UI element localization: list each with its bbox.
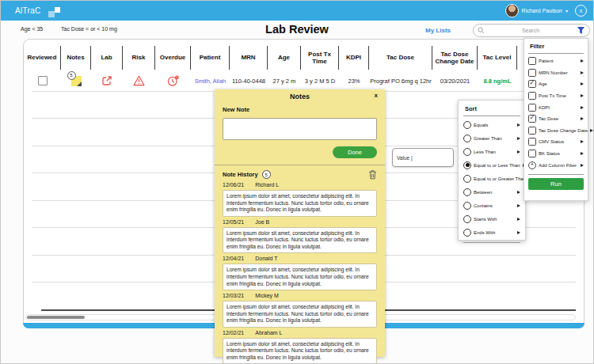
filter-item-bk-status[interactable]: BK Status bbox=[528, 148, 584, 160]
note-author: Abraham L bbox=[255, 330, 282, 336]
chevron-right-icon[interactable] bbox=[581, 106, 584, 109]
chevron-right-icon[interactable] bbox=[581, 94, 584, 97]
sort-option-equal-or-greater[interactable]: Equal to or Greater Than bbox=[463, 172, 520, 185]
sort-option-less-than[interactable]: Less Than bbox=[463, 145, 520, 158]
chevron-right-icon[interactable] bbox=[517, 204, 520, 207]
run-button[interactable]: Run bbox=[528, 178, 584, 190]
radio-icon[interactable] bbox=[463, 121, 471, 129]
filter-item-post-tx-time[interactable]: Post Tx Time bbox=[528, 90, 584, 102]
close-session-button[interactable]: x bbox=[575, 5, 587, 17]
sort-menu: Sort Equals Greater Than Less Than Equal… bbox=[458, 100, 526, 241]
age-value: 27 y 2 m bbox=[268, 78, 301, 85]
sort-option-equal-or-less[interactable]: Equal to or Less Than bbox=[463, 158, 520, 172]
filter-panel-title: Filter bbox=[530, 43, 584, 50]
note-history-label: Note History bbox=[223, 171, 258, 178]
radio-icon[interactable] bbox=[463, 229, 471, 237]
lab-external-link-icon[interactable] bbox=[101, 75, 112, 86]
filter-item-cmv-status[interactable]: CMV Status bbox=[528, 136, 584, 148]
checkbox-icon[interactable] bbox=[528, 92, 536, 100]
new-note-label: New Note bbox=[223, 106, 377, 113]
chevron-right-icon[interactable] bbox=[581, 59, 584, 63]
filter-value-input[interactable]: Value | bbox=[392, 148, 454, 167]
checkbox-icon[interactable] bbox=[528, 80, 536, 88]
checkbox-icon[interactable] bbox=[528, 138, 536, 146]
radio-icon[interactable] bbox=[463, 148, 471, 156]
chevron-right-icon[interactable] bbox=[517, 231, 520, 234]
filter-item-kdpi[interactable]: KDPI bbox=[528, 101, 584, 113]
note-entry: 12/05/21 Joe B Lorem ipsum dolor sit ame… bbox=[223, 219, 377, 254]
sort-option-ends-with[interactable]: Ends With bbox=[463, 226, 520, 239]
column-header-tac-dose: Tac Dose bbox=[369, 46, 432, 70]
patient-name-link[interactable]: Smith, Aliah bbox=[191, 78, 230, 85]
radio-icon[interactable] bbox=[463, 202, 471, 210]
chevron-right-icon[interactable] bbox=[517, 218, 520, 221]
note-text: Lorem ipsum dolor sit amet, consectetur … bbox=[223, 338, 377, 364]
chevron-right-icon[interactable] bbox=[517, 150, 520, 154]
chevron-right-icon[interactable] bbox=[517, 191, 520, 194]
plus-circle-icon[interactable]: + bbox=[528, 161, 536, 169]
sort-option-equals[interactable]: Equals bbox=[463, 118, 520, 131]
divider bbox=[463, 116, 520, 116]
chevron-right-icon[interactable] bbox=[581, 71, 584, 74]
sort-option-greater-than[interactable]: Greater Than bbox=[463, 131, 520, 145]
divider bbox=[528, 53, 584, 54]
checkbox-icon[interactable] bbox=[528, 57, 536, 65]
search-input[interactable]: Search bbox=[473, 24, 590, 37]
avatar[interactable] bbox=[505, 4, 519, 17]
filter-item-age[interactable]: Age bbox=[528, 78, 584, 90]
column-header-patient: Patient bbox=[191, 46, 230, 70]
overdue-clock-icon[interactable] bbox=[167, 75, 179, 87]
divider bbox=[215, 165, 385, 165]
my-lists-link[interactable]: My Lists bbox=[425, 27, 451, 34]
sort-option-contains[interactable]: Contains bbox=[463, 199, 520, 212]
table-header-row: Reviewed Notes Lab Risk Overdue Patient … bbox=[24, 46, 517, 70]
top-bar: AlTraC Richard Paulson ▾ x bbox=[1, 1, 593, 21]
chevron-down-icon[interactable]: ▾ bbox=[565, 9, 568, 13]
radio-icon[interactable] bbox=[463, 135, 471, 142]
reviewed-checkbox[interactable] bbox=[38, 76, 48, 85]
sort-option-starts-with[interactable]: Starts With bbox=[463, 212, 520, 226]
note-entry: 12/06/21 Richard L Lorem ipsum dolor sit… bbox=[223, 182, 377, 217]
chevron-right-icon[interactable] bbox=[581, 82, 584, 85]
mrn-value: 110-40-0448 bbox=[230, 78, 268, 85]
note-text: Lorem ipsum dolor sit amet, consectetur … bbox=[223, 227, 377, 254]
column-header-tac-level: Tac Level bbox=[478, 46, 517, 70]
filter-item-mrn-number[interactable]: MRN Number bbox=[528, 67, 584, 79]
checkbox-icon[interactable] bbox=[528, 150, 536, 157]
radio-icon[interactable] bbox=[463, 161, 471, 169]
radio-icon[interactable] bbox=[463, 175, 471, 183]
notes-close-button[interactable]: x bbox=[375, 92, 378, 99]
add-column-filter[interactable]: + Add Column Filter bbox=[528, 159, 584, 171]
trash-icon[interactable] bbox=[368, 169, 377, 180]
checkbox-icon[interactable] bbox=[528, 104, 536, 112]
new-note-input[interactable] bbox=[223, 118, 377, 140]
chevron-right-icon[interactable] bbox=[517, 137, 520, 140]
checkbox-icon[interactable] bbox=[528, 69, 536, 77]
user-name[interactable]: Richard Paulson bbox=[522, 8, 562, 13]
checkbox-icon[interactable] bbox=[528, 127, 536, 135]
done-button[interactable]: Done bbox=[333, 146, 377, 158]
filter-item-tac-dose[interactable]: Tac Dose bbox=[528, 113, 584, 125]
radio-icon[interactable] bbox=[463, 215, 471, 223]
note-fold bbox=[77, 82, 82, 86]
sort-option-between[interactable]: Between bbox=[463, 185, 520, 199]
post-tx-time-value: 3 y 2 M 5 D bbox=[301, 78, 339, 85]
chevron-right-icon[interactable] bbox=[581, 152, 584, 155]
chevron-right-icon[interactable] bbox=[517, 123, 520, 127]
chevron-right-icon[interactable] bbox=[581, 117, 584, 120]
checkbox-icon[interactable] bbox=[528, 115, 536, 123]
scrollbar-thumb[interactable] bbox=[27, 316, 85, 319]
user-menu[interactable]: Richard Paulson ▾ x bbox=[505, 4, 587, 17]
notes-icon[interactable]: 5 bbox=[71, 76, 82, 86]
filter-funnel-icon[interactable] bbox=[577, 26, 585, 35]
logo-squares-icon bbox=[48, 7, 60, 17]
table-row: 5 bbox=[24, 71, 517, 90]
note-author: Mickey M bbox=[255, 293, 279, 298]
risk-warning-icon[interactable] bbox=[133, 75, 145, 86]
filter-item-tac-dose-change-date[interactable]: Tac Dose Change Date bbox=[528, 125, 584, 137]
chevron-right-icon[interactable] bbox=[581, 164, 584, 167]
filter-item-patient[interactable]: Patient bbox=[528, 55, 584, 67]
radio-icon[interactable] bbox=[463, 188, 471, 196]
chevron-right-icon[interactable] bbox=[590, 129, 593, 132]
chevron-right-icon[interactable] bbox=[581, 140, 584, 143]
